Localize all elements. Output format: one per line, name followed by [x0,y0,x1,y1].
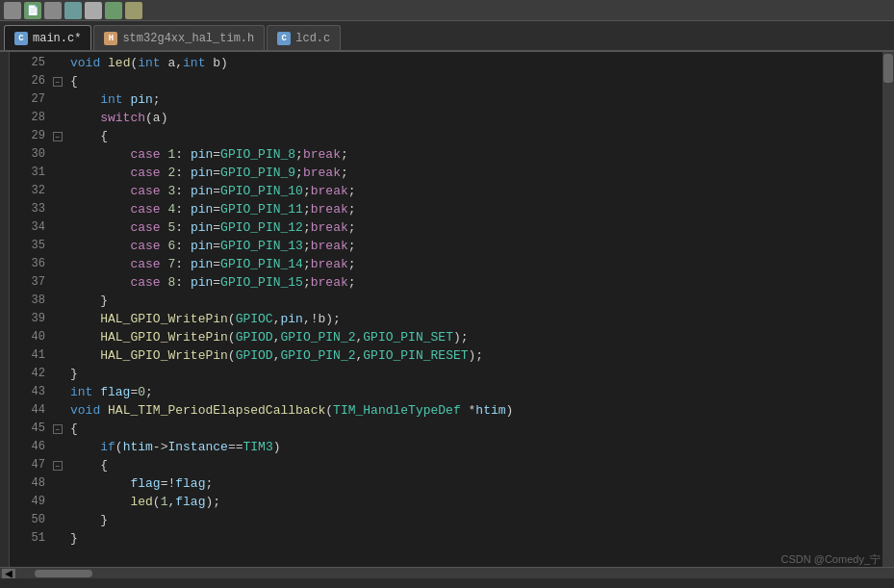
tab-icon-lcd-c: C [277,32,291,45]
line-number-38: 38 [10,292,45,310]
scrollbar-thumb[interactable] [883,54,893,83]
line-number-42: 42 [10,365,45,383]
toolbar-icon-file[interactable]: 📄 [24,2,41,19]
fold-btn-26[interactable]: − [53,77,63,87]
fold-indicator-47[interactable]: − [53,456,66,474]
fold-indicator-25 [53,54,66,72]
fold-indicator-30 [53,145,66,164]
fold-column: −−−− [53,52,66,567]
line-number-25: 25 [10,54,45,72]
line-number-28: 28 [10,109,45,127]
code-line-45: { [70,420,882,438]
line-number-48: 48 [10,474,45,493]
fold-indicator-38 [53,292,66,310]
code-line-29: { [70,127,882,145]
code-line-31: case 2: pin=GPIO_PIN_9;break; [70,164,882,182]
fold-indicator-40 [53,328,66,346]
code-line-48: flag=!flag; [70,474,882,493]
fold-indicator-42 [53,365,66,383]
line-number-32: 32 [10,182,45,200]
line-number-27: 27 [10,90,45,109]
code-line-26: { [70,72,882,90]
fold-indicator-27 [53,90,66,109]
code-area[interactable]: void led(int a,int b){ int pin; switch(a… [66,52,882,567]
code-line-38: } [70,292,882,310]
toolbar-icon-4[interactable] [85,2,102,19]
code-line-28: switch(a) [70,109,882,127]
fold-indicator-39 [53,310,66,328]
code-line-32: case 3: pin=GPIO_PIN_10;break; [70,182,882,200]
scroll-left-btn[interactable]: ◀ [2,569,15,578]
fold-indicator-41 [53,346,66,365]
toolbar-icon-3[interactable] [64,2,82,19]
tabs-bar: C main.c* H stm32g4xx_hal_tim.h C lcd.c [0,21,894,52]
code-line-34: case 5: pin=GPIO_PIN_12;break; [70,218,882,237]
scrollbar-bottom[interactable]: ◀ [0,567,894,578]
fold-indicator-43 [53,383,66,401]
fold-indicator-50 [53,511,66,529]
code-line-44: void HAL_TIM_PeriodElapsedCallback(TIM_H… [70,401,882,420]
fold-btn-45[interactable]: − [53,424,63,434]
scrollbar-right[interactable] [882,52,894,567]
fold-indicator-31 [53,164,66,182]
line-number-35: 35 [10,237,45,255]
code-line-49: led(1,flag); [70,493,882,511]
line-number-47: 47 [10,456,45,474]
code-line-30: case 1: pin=GPIO_PIN_8;break; [70,145,882,164]
tab-lcd-c[interactable]: C lcd.c [267,25,341,50]
toolbar-icons: 📄 [4,2,142,19]
fold-indicator-45[interactable]: − [53,420,66,438]
line-number-36: 36 [10,255,45,273]
fold-indicator-37 [53,273,66,292]
fold-indicator-28 [53,109,66,127]
line-number-30: 30 [10,145,45,164]
tab-main-c[interactable]: C main.c* [4,25,91,50]
scrollbar-horizontal-thumb[interactable] [35,570,92,577]
code-line-27: int pin; [70,90,882,109]
code-line-43: int flag=0; [70,383,882,401]
code-line-50: } [70,511,882,529]
code-line-41: HAL_GPIO_WritePin(GPIOD,GPIO_PIN_2,GPIO_… [70,346,882,365]
line-number-50: 50 [10,511,45,529]
fold-indicator-51 [53,529,66,548]
fold-indicator-46 [53,438,66,456]
tab-icon-main-c: C [14,32,28,45]
line-number-37: 37 [10,273,45,292]
watermark: CSDN @Comedy_宁 [781,552,881,567]
code-line-37: case 8: pin=GPIO_PIN_15;break; [70,273,882,292]
line-number-31: 31 [10,164,45,182]
tab-hal-tim[interactable]: H stm32g4xx_hal_tim.h [93,25,265,50]
line-number-43: 43 [10,383,45,401]
line-number-33: 33 [10,200,45,218]
tab-label-hal-tim: stm32g4xx_hal_tim.h [122,32,254,45]
line-number-29: 29 [10,127,45,145]
fold-indicator-33 [53,200,66,218]
fold-btn-29[interactable]: − [53,132,63,141]
fold-indicator-29[interactable]: − [53,127,66,145]
fold-indicator-36 [53,255,66,273]
toolbar-icon-back[interactable] [4,2,21,19]
left-gutter [0,52,10,567]
code-line-36: case 7: pin=GPIO_PIN_14;break; [70,255,882,273]
fold-indicator-35 [53,237,66,255]
fold-indicator-49 [53,493,66,511]
line-number-45: 45 [10,420,45,438]
line-number-34: 34 [10,218,45,237]
line-numbers: 2526272829303132333435363738394041424344… [10,52,53,567]
line-number-39: 39 [10,310,45,328]
line-number-49: 49 [10,493,45,511]
code-line-35: case 6: pin=GPIO_PIN_13;break; [70,237,882,255]
line-number-41: 41 [10,346,45,365]
toolbar: 📄 [0,0,894,21]
line-number-44: 44 [10,401,45,420]
fold-indicator-26[interactable]: − [53,72,66,90]
line-number-26: 26 [10,72,45,90]
fold-btn-47[interactable]: − [53,461,63,471]
code-line-40: HAL_GPIO_WritePin(GPIOD,GPIO_PIN_2,GPIO_… [70,328,882,346]
code-line-42: } [70,365,882,383]
toolbar-icon-2[interactable] [44,2,62,19]
fold-indicator-48 [53,474,66,493]
code-line-39: HAL_GPIO_WritePin(GPIOC,pin,!b); [70,310,882,328]
toolbar-icon-6[interactable] [125,2,142,19]
toolbar-icon-5[interactable] [105,2,122,19]
